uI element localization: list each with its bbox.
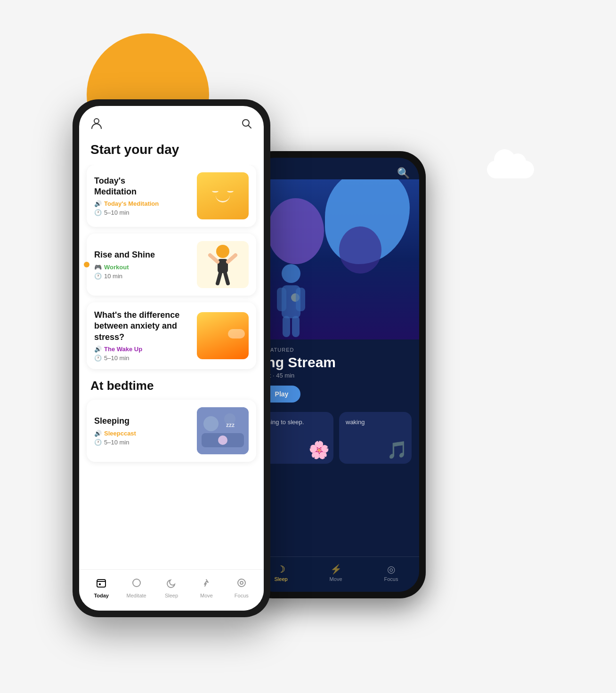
svg-point-16	[203, 416, 219, 431]
sleeping-card[interactable]: Sleeping 🔊 Sleepccast 🕐 5–10 min	[87, 400, 256, 462]
back-nav-focus-icon: ◎	[387, 564, 395, 575]
svg-point-6	[94, 119, 99, 123]
phone-front-screen: Start your day Today'sMeditation 🔊 Today…	[79, 106, 264, 611]
search-icon[interactable]	[241, 118, 252, 132]
back-sleep-card-1[interactable]: ning to sleep. 🌸	[261, 412, 333, 464]
nav-sleep[interactable]: Sleep	[154, 578, 189, 598]
meditation-clock-icon: 🕐	[94, 209, 102, 216]
person-icon[interactable]	[90, 117, 103, 133]
nav-today[interactable]: Today	[84, 578, 119, 598]
back-bottom-nav: ☽ Sleep ⚡ Move ◎ Focus	[253, 556, 419, 592]
nav-sleep-icon	[166, 578, 177, 591]
svg-point-24	[133, 579, 140, 587]
back-nav-sleep-label: Sleep	[274, 576, 287, 582]
nav-move-icon	[201, 578, 211, 591]
hero-blob3	[339, 226, 381, 274]
back-search-icon[interactable]: 🔍	[397, 167, 410, 179]
nav-meditate-icon	[131, 578, 142, 591]
section-title-bedtime: At bedtime	[87, 376, 256, 400]
med-eyes	[212, 189, 234, 193]
svg-line-12	[228, 255, 235, 262]
svg-rect-23	[99, 583, 101, 585]
nav-focus-icon	[236, 578, 247, 591]
cloud-right	[487, 161, 534, 178]
meditation-duration-text: 5–10 min	[104, 209, 129, 216]
back-nav-focus[interactable]: ◎ Focus	[384, 564, 398, 582]
workout-category-icon: 🎮	[94, 264, 102, 271]
nav-sleep-label: Sleep	[165, 593, 178, 598]
nav-move-label: Move	[200, 593, 213, 598]
hero-figure	[263, 264, 319, 339]
anxiety-card-image	[197, 312, 249, 359]
workout-card-wrapper: Rise and Shine 🎮 Workout 🕐 10 min	[87, 234, 256, 296]
bottom-nav: Today Meditate Sleep	[79, 569, 264, 611]
anxiety-category-icon: 🔊	[94, 346, 102, 353]
meditation-card-image	[197, 172, 249, 219]
back-nav-sleep[interactable]: ☽ Sleep	[274, 564, 287, 582]
sleeping-card-wrapper: Sleeping 🔊 Sleepccast 🕐 5–10 min	[87, 400, 256, 462]
anxiety-card-category: 🔊 The Wake Up	[94, 346, 191, 353]
back-nav-sleep-icon: ☽	[277, 564, 285, 575]
back-hero	[253, 179, 419, 339]
meditation-category-label: Today's Meditation	[104, 200, 159, 207]
svg-point-9	[216, 245, 229, 258]
back-sleep-card-1-icon: 🌸	[308, 440, 330, 460]
meditation-card-duration: 🕐 5–10 min	[94, 209, 191, 216]
section-title-start: Start your day	[79, 137, 264, 165]
phone-front: Start your day Today'sMeditation 🔊 Today…	[73, 99, 270, 617]
svg-rect-4	[283, 316, 290, 337]
anxiety-clock-icon: 🕐	[94, 355, 102, 362]
svg-rect-5	[292, 316, 300, 337]
meditation-card[interactable]: Today'sMeditation 🔊 Today's Meditation 🕐…	[87, 165, 256, 227]
workout-card-info: Rise and Shine 🎮 Workout 🕐 10 min	[94, 250, 197, 279]
sleeping-card-duration: 🕐 5–10 min	[94, 439, 191, 446]
sleeping-clock-icon: 🕐	[94, 439, 102, 446]
sleeping-card-category: 🔊 Sleepccast	[94, 430, 191, 437]
sleeping-category-icon: 🔊	[94, 430, 102, 437]
workout-card-duration: 🕐 10 min	[94, 273, 191, 280]
sleeping-card-title: Sleeping	[94, 416, 191, 427]
nav-move[interactable]: Move	[189, 578, 224, 598]
back-featured-title: ing Stream	[253, 355, 419, 372]
svg-rect-3	[296, 288, 305, 311]
back-nav-move-icon: ⚡	[330, 564, 342, 575]
svg-point-26	[240, 581, 243, 584]
anxiety-card-duration: 🕐 5–10 min	[94, 355, 191, 362]
meditation-card-category: 🔊 Today's Meditation	[94, 200, 191, 207]
back-sleep-card-2[interactable]: waking 🎵	[339, 412, 412, 464]
anxiety-card[interactable]: What's the difference between anxiety an…	[87, 302, 256, 369]
svg-text:zzz: zzz	[226, 422, 235, 428]
nav-meditate[interactable]: Meditate	[119, 578, 154, 598]
med-eye-left	[212, 189, 219, 193]
back-sleep-card-1-text: ning to sleep.	[267, 419, 315, 427]
workout-category-label: Workout	[104, 264, 129, 271]
back-featured-label: Featured	[253, 339, 419, 355]
meditation-face	[212, 189, 234, 202]
back-featured-sub: ast · 45 min	[253, 372, 419, 386]
workout-card[interactable]: Rise and Shine 🎮 Workout 🕐 10 min	[87, 234, 256, 296]
meditation-card-title: Today'sMeditation	[94, 176, 191, 198]
back-nav-move[interactable]: ⚡ Move	[330, 564, 342, 582]
workout-card-category: 🎮 Workout	[94, 264, 191, 271]
back-cards-area: ning to sleep. 🌸 waking 🎵	[253, 403, 419, 464]
phone-back-shell: 🔍	[247, 151, 426, 598]
nav-today-label: Today	[94, 593, 109, 598]
svg-point-25	[238, 579, 245, 587]
anxiety-duration-text: 5–10 min	[104, 355, 129, 362]
nav-focus[interactable]: Focus	[224, 578, 259, 598]
phone-back-screen: 🔍	[253, 158, 419, 592]
med-eye-right	[227, 189, 234, 193]
anxiety-card-info: What's the difference between anxiety an…	[94, 310, 197, 362]
back-nav-focus-label: Focus	[384, 576, 398, 582]
back-header: 🔍	[253, 167, 419, 179]
meditation-category-icon: 🔊	[94, 200, 102, 207]
content-scroll: Today'sMeditation 🔊 Today's Meditation 🕐…	[79, 165, 264, 585]
back-sleep-card-2-icon: 🎵	[387, 440, 408, 460]
back-screen-content: 🔍	[253, 158, 419, 592]
svg-point-0	[282, 264, 300, 283]
meditation-card-info: Today'sMeditation 🔊 Today's Meditation 🕐…	[94, 176, 197, 217]
svg-line-11	[210, 255, 218, 262]
phone-front-shell: Start your day Today'sMeditation 🔊 Today…	[73, 99, 270, 617]
workout-clock-icon: 🕐	[94, 273, 102, 280]
svg-point-19	[218, 435, 227, 445]
